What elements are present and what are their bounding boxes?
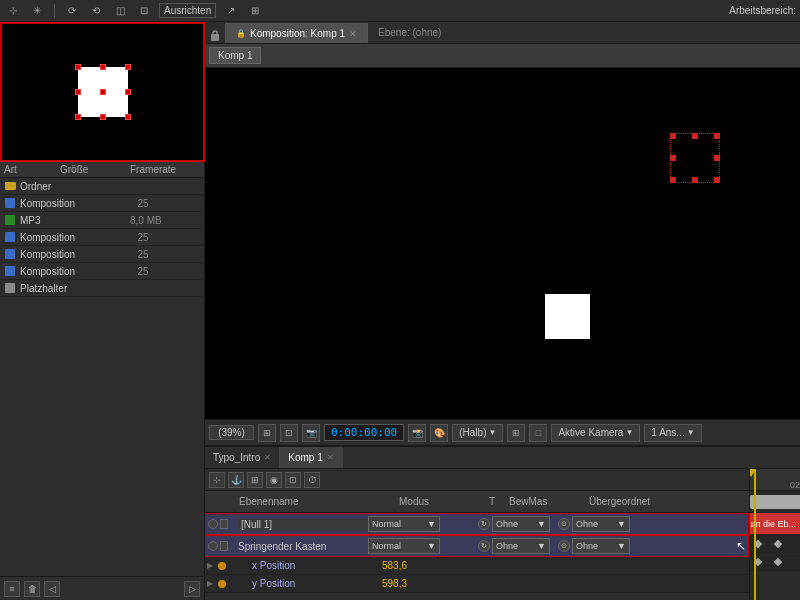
tool-icon-7[interactable]: ⊞ <box>246 2 264 20</box>
file-header-groesse[interactable]: Größe <box>60 164 130 175</box>
file-item-mp3[interactable]: MP3 8,0 MB <box>0 212 204 229</box>
comp-icon-3 <box>4 248 16 260</box>
camera-btn[interactable]: 📷 <box>302 424 320 442</box>
file-item-komp4[interactable]: Komposition 25 <box>0 263 204 280</box>
typo-intro-tab[interactable]: Typo_Intro ✕ <box>205 447 280 468</box>
uber-arrow-null1: ▼ <box>617 519 626 529</box>
layer-lock-kasten[interactable] <box>220 541 228 551</box>
cursor-indicator: ↖ <box>736 539 746 553</box>
grid-btn[interactable]: ⊡ <box>280 424 298 442</box>
timeline-tool-3[interactable]: ⊞ <box>247 472 263 488</box>
timeline-section: Typo_Intro ✕ Komp 1 ✕ ⊹ ⚓ ⊞ ◉ <box>205 445 800 600</box>
komp1-timeline-tab-label: Komp 1 <box>288 452 322 463</box>
align-icon[interactable]: ↗ <box>222 2 240 20</box>
layer-eye-null1[interactable] <box>208 519 218 529</box>
tool-icon-1[interactable]: ⊹ <box>4 2 22 20</box>
layer-row-springender-kasten[interactable]: Springender Kasten Normal ▼ ↻ Ohne <box>205 535 749 557</box>
file-name-mp3: MP3 <box>20 215 130 226</box>
timeline-tabs: Typo_Intro ✕ Komp 1 ✕ <box>205 447 800 469</box>
search-btn[interactable]: ▷ <box>184 581 200 597</box>
layer-row-null1[interactable]: [Null 1] Normal ▼ ↻ Ohne <box>205 513 749 535</box>
modus-dropdown-kasten[interactable]: Normal ▼ <box>368 538 440 554</box>
file-name-platzhalter: Platzhalter <box>20 283 200 294</box>
delete-btn[interactable]: 🗑 <box>24 581 40 597</box>
comp-tab-close[interactable]: ✕ <box>349 29 357 39</box>
sublayer-y-position: ▶ y Position 598,3 <box>205 575 749 593</box>
timeline-tracks[interactable]: 02s 04s 06s Halten Sie die Umscha <box>750 469 800 600</box>
thumb-dot-tr <box>125 64 131 70</box>
bewmas-value-null1: Ohne <box>496 519 518 529</box>
comp-icon-1 <box>4 197 16 209</box>
diamond-row-y <box>750 553 800 571</box>
bewmas-arrow-null1: ▼ <box>537 519 546 529</box>
uber-icon-kasten: ⊙ <box>558 540 570 552</box>
thumb-dot-bm <box>100 114 106 120</box>
playhead[interactable] <box>754 469 756 600</box>
camera-dropdown[interactable]: Aktive Kamera ▼ <box>551 424 640 442</box>
comp-tab-strip: Komp 1 <box>205 44 800 68</box>
sublayer-expand-x[interactable]: ▶ <box>207 561 213 570</box>
file-item-komp2[interactable]: Komposition 25 <box>0 229 204 246</box>
snapshot-btn[interactable]: 📸 <box>408 424 426 442</box>
timeline-content: ⊹ ⚓ ⊞ ◉ ⊡ ⏱ Ebenenname Modus T BewMas <box>205 469 800 600</box>
file-item-platzhalter[interactable]: Platzhalter <box>0 280 204 297</box>
composition-tab[interactable]: 🔒 Komposition: Komp 1 ✕ <box>225 23 368 43</box>
file-name-ordner: Ordner <box>20 181 130 192</box>
tool-icon-5[interactable]: ◫ <box>111 2 129 20</box>
timeline-tool-6[interactable]: ⏱ <box>304 472 320 488</box>
diamond-y-2[interactable] <box>774 557 782 565</box>
vp-dot-br <box>714 177 720 183</box>
file-item-komp1[interactable]: Komposition 25 <box>0 195 204 212</box>
lock-icon <box>207 27 223 43</box>
file-item-komp3[interactable]: Komposition 25 <box>0 246 204 263</box>
uber-dropdown-kasten[interactable]: Ohne ▼ <box>572 538 630 554</box>
timeline-tool-4[interactable]: ◉ <box>266 472 282 488</box>
tool-icon-2[interactable]: ✳ <box>28 2 46 20</box>
vp-dot-tl <box>670 133 676 139</box>
thumb-dot-br <box>125 114 131 120</box>
sublayer-expand-y[interactable]: ▶ <box>207 579 213 588</box>
layer-lock-null1[interactable] <box>220 519 228 529</box>
file-size-mp3: 8,0 MB <box>130 215 200 226</box>
new-item-btn[interactable]: ≡ <box>4 581 20 597</box>
layer-bewmas-kasten: ↻ Ohne ▼ <box>478 538 558 554</box>
file-item-ordner[interactable]: Ordner <box>0 178 204 195</box>
timeline-tool-5[interactable]: ⊡ <box>285 472 301 488</box>
uber-value-null1: Ohne <box>576 519 598 529</box>
file-header-art[interactable]: Art <box>4 164 60 175</box>
diamond-x-2[interactable] <box>774 539 782 547</box>
color-btn[interactable]: 🎨 <box>430 424 448 442</box>
quality-dropdown[interactable]: (Halb) ▼ <box>452 424 503 442</box>
tool-icon-3[interactable]: ⟳ <box>63 2 81 20</box>
zoom-indicator[interactable]: (39%) <box>209 425 254 440</box>
bewmas-dropdown-null1[interactable]: Ohne ▼ <box>492 516 550 532</box>
layer-eye-kasten[interactable] <box>208 541 218 551</box>
channel-btn[interactable]: □ <box>529 424 547 442</box>
file-header-framerate[interactable]: Framerate <box>130 164 200 175</box>
composition-viewport[interactable] <box>205 68 800 419</box>
tool-icon-4[interactable]: ⟲ <box>87 2 105 20</box>
bewmas-dropdown-kasten[interactable]: Ohne ▼ <box>492 538 550 554</box>
timeline-tool-2[interactable]: ⚓ <box>228 472 244 488</box>
layer-modus-kasten: Normal ▼ <box>368 538 458 554</box>
ausrichten-label[interactable]: Ausrichten <box>159 3 216 18</box>
layer-icons-kasten <box>208 541 238 551</box>
modus-dropdown-null1[interactable]: Normal ▼ <box>368 516 440 532</box>
timecode-display[interactable]: 0:00:00:00 <box>324 424 404 441</box>
tool-icon-6[interactable]: ⊡ <box>135 2 153 20</box>
view-dropdown[interactable]: 1 Ans... ▼ <box>644 424 701 442</box>
timeline-tool-1[interactable]: ⊹ <box>209 472 225 488</box>
komp1-tab[interactable]: Komp 1 <box>209 47 261 64</box>
lh-modus: Modus <box>399 496 489 507</box>
modus-value-null1: Normal <box>372 519 401 529</box>
typo-intro-tab-close[interactable]: ✕ <box>264 453 271 462</box>
file-name-komp2: Komposition <box>20 232 75 243</box>
folder-btn[interactable]: ◁ <box>44 581 60 597</box>
komp1-timeline-tab[interactable]: Komp 1 ✕ <box>280 447 342 468</box>
fit-btn[interactable]: ⊞ <box>258 424 276 442</box>
uber-dropdown-null1[interactable]: Ohne ▼ <box>572 516 630 532</box>
komp1-timeline-tab-close[interactable]: ✕ <box>327 453 334 462</box>
thumb-dot-bl <box>75 114 81 120</box>
resolution-btn[interactable]: ⊞ <box>507 424 525 442</box>
lh-uebergeordnet: Übergeordnet <box>589 496 745 507</box>
